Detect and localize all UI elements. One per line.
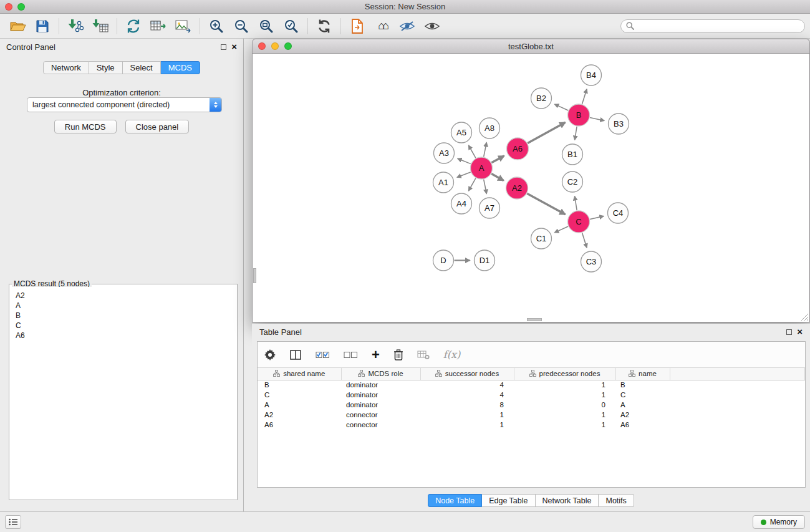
column-header-shared-name[interactable]: shared name bbox=[258, 368, 341, 380]
mcds-result-item[interactable]: A6 bbox=[16, 331, 234, 341]
tab-select[interactable]: Select bbox=[123, 61, 161, 74]
column-header-mcds-role[interactable]: MCDS role bbox=[341, 368, 420, 380]
graph-node-A7[interactable]: A7 bbox=[480, 198, 500, 218]
graph-node-D[interactable]: D bbox=[433, 250, 454, 271]
search-input[interactable] bbox=[637, 22, 799, 31]
graph-node-B1[interactable]: B1 bbox=[562, 144, 583, 165]
delete-column-button[interactable] bbox=[393, 349, 403, 361]
graph-edge-C-C3[interactable] bbox=[582, 233, 587, 248]
graph-node-A6[interactable]: A6 bbox=[507, 138, 529, 160]
save-session-button[interactable] bbox=[30, 16, 55, 37]
graph-edge-A-A2[interactable] bbox=[491, 174, 504, 181]
tab-network-table[interactable]: Network Table bbox=[536, 494, 599, 507]
graph-node-C1[interactable]: C1 bbox=[531, 228, 552, 249]
hide-details-button[interactable] bbox=[395, 16, 420, 37]
graph-node-C4[interactable]: C4 bbox=[608, 203, 629, 223]
memory-button[interactable]: Memory bbox=[753, 515, 805, 529]
graph-edge-B-B3[interactable] bbox=[590, 117, 604, 120]
mcds-result-item[interactable]: B bbox=[16, 311, 234, 321]
graph-node-A1[interactable]: A1 bbox=[433, 172, 454, 193]
tab-mcds[interactable]: MCDS bbox=[161, 61, 200, 74]
graph-edge-A6-B[interactable] bbox=[528, 122, 565, 143]
add-column-button[interactable]: + bbox=[372, 349, 380, 361]
close-table-panel-icon[interactable]: × bbox=[797, 329, 803, 335]
graph-edge-A2-C[interactable] bbox=[527, 193, 565, 214]
zoom-selected-button[interactable] bbox=[279, 16, 304, 37]
column-header-predecessor-nodes[interactable]: predecessor nodes bbox=[514, 368, 615, 380]
graph-edge-B-B4[interactable] bbox=[582, 89, 587, 104]
graph-node-D1[interactable]: D1 bbox=[475, 250, 495, 271]
float-panel-icon[interactable] bbox=[221, 44, 226, 50]
import-network-button[interactable] bbox=[63, 16, 88, 37]
mcds-result-item[interactable]: A bbox=[16, 301, 234, 311]
column-header-name[interactable]: name bbox=[615, 368, 670, 380]
graph-node-A8[interactable]: A8 bbox=[480, 118, 500, 138]
refresh-view-button[interactable] bbox=[312, 16, 337, 37]
duplicate-document-button[interactable] bbox=[345, 16, 370, 37]
search-field[interactable] bbox=[620, 19, 805, 33]
zoom-fit-button[interactable] bbox=[254, 16, 279, 37]
open-session-button[interactable] bbox=[5, 16, 30, 37]
deselect-all-button[interactable] bbox=[344, 350, 358, 360]
table-row[interactable]: A6connector11A6 bbox=[258, 420, 805, 430]
close-panel-button[interactable]: Close panel bbox=[125, 120, 190, 133]
close-panel-icon[interactable]: × bbox=[231, 44, 237, 50]
tab-motifs[interactable]: Motifs bbox=[599, 494, 634, 507]
table-row[interactable]: A2connector11A2 bbox=[258, 410, 805, 420]
vertical-scrollbar[interactable] bbox=[253, 268, 256, 283]
graph-edge-B-B2[interactable] bbox=[554, 104, 568, 110]
graph-edge-A-A4[interactable] bbox=[469, 178, 476, 191]
graph-node-A3[interactable]: A3 bbox=[434, 143, 455, 163]
graph-node-C3[interactable]: C3 bbox=[581, 251, 602, 272]
float-table-panel-icon[interactable] bbox=[786, 329, 792, 335]
graph-edge-A-A5[interactable] bbox=[469, 145, 476, 158]
table-row[interactable]: Cdominator41C bbox=[258, 390, 805, 400]
graph-node-C[interactable]: C bbox=[568, 211, 590, 233]
zoom-window-button[interactable] bbox=[17, 3, 25, 11]
graph-node-C2[interactable]: C2 bbox=[562, 172, 583, 192]
graph-edge-C-C2[interactable] bbox=[575, 196, 577, 211]
mcds-result-item[interactable]: C bbox=[16, 321, 234, 331]
graph-edge-C-C4[interactable] bbox=[590, 216, 604, 220]
mcds-result-item[interactable]: A2 bbox=[16, 291, 234, 301]
home-button[interactable]: ⌂⌂ bbox=[370, 16, 395, 37]
close-window-button[interactable] bbox=[5, 3, 12, 11]
network-canvas[interactable]: AA1A2A3A4A5A6A7A8BB1B2B3B4CC1C2C3C4DD1 bbox=[252, 54, 810, 322]
run-mcds-button[interactable]: Run MCDS bbox=[54, 120, 117, 133]
show-details-button[interactable] bbox=[420, 16, 445, 37]
zoom-in-button[interactable] bbox=[204, 16, 229, 37]
graph-edge-A-A3[interactable] bbox=[458, 158, 471, 163]
export-image-button[interactable] bbox=[171, 16, 196, 37]
graph-edge-A-A8[interactable] bbox=[484, 143, 487, 157]
resize-grip[interactable] bbox=[801, 313, 809, 321]
graph-edge-A-A1[interactable] bbox=[457, 172, 471, 177]
graph-edge-A-A6[interactable] bbox=[491, 156, 504, 163]
table-row[interactable]: Bdominator41B bbox=[258, 380, 805, 390]
tab-style[interactable]: Style bbox=[89, 61, 123, 74]
horizontal-scrollbar[interactable] bbox=[527, 318, 542, 321]
graph-node-B[interactable]: B bbox=[568, 104, 590, 126]
network-window-titlebar[interactable]: testGlobe.txt bbox=[252, 39, 810, 54]
tab-node-table[interactable]: Node Table bbox=[428, 494, 482, 507]
graph-edge-C-C1[interactable] bbox=[554, 226, 568, 233]
graph-edge-A-A7[interactable] bbox=[484, 180, 487, 194]
task-history-button[interactable] bbox=[5, 515, 21, 529]
split-column-button[interactable] bbox=[290, 349, 302, 360]
optimization-criterion-dropdown[interactable]: largest connected component (directed) bbox=[27, 97, 222, 112]
graph-node-A2[interactable]: A2 bbox=[506, 177, 528, 199]
graph-node-B3[interactable]: B3 bbox=[609, 114, 629, 134]
export-network-button[interactable] bbox=[121, 16, 146, 37]
tab-edge-table[interactable]: Edge Table bbox=[482, 494, 535, 507]
zoom-out-button[interactable] bbox=[229, 16, 254, 37]
import-table-button[interactable] bbox=[88, 16, 113, 37]
function-builder-button[interactable]: f(x) bbox=[443, 349, 460, 360]
delete-table-button[interactable] bbox=[417, 350, 430, 360]
graph-node-A4[interactable]: A4 bbox=[451, 193, 472, 214]
graph-node-B4[interactable]: B4 bbox=[581, 65, 602, 85]
graph-node-B2[interactable]: B2 bbox=[531, 88, 552, 109]
graph-node-A5[interactable]: A5 bbox=[451, 122, 472, 143]
tab-network[interactable]: Network bbox=[43, 61, 89, 74]
network-graph[interactable]: AA1A2A3A4A5A6A7A8BB1B2B3B4CC1C2C3C4DD1 bbox=[253, 54, 809, 322]
graph-node-A[interactable]: A bbox=[471, 157, 493, 179]
graph-edge-B-B1[interactable] bbox=[575, 127, 577, 140]
